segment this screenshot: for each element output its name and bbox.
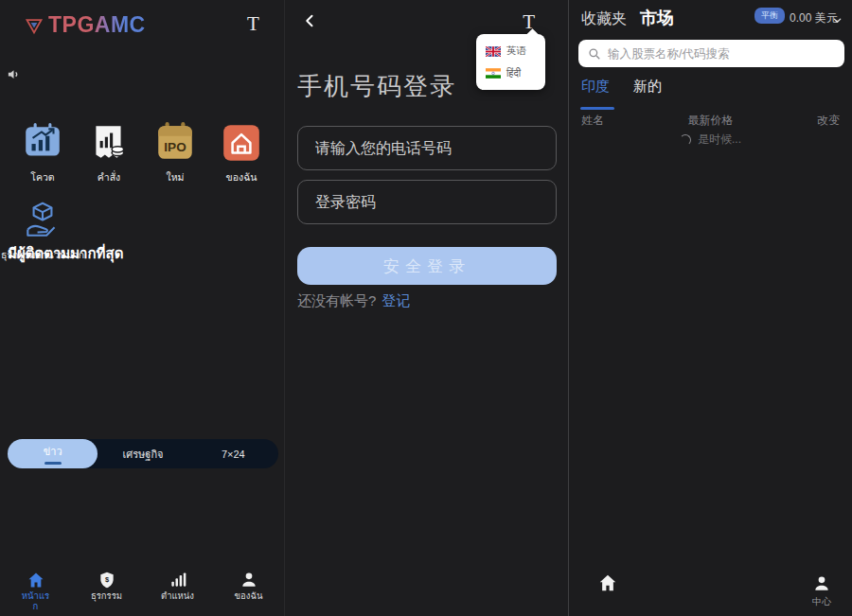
india-flag-icon bbox=[486, 68, 501, 79]
center-label: 中心 bbox=[812, 595, 831, 608]
logo-triangle-icon bbox=[25, 16, 44, 35]
quick-action-orders[interactable]: คำสั่ง bbox=[76, 121, 142, 185]
no-account-text: 还没有帐号? bbox=[297, 292, 376, 308]
nav-item-home[interactable]: หน้าแรก bbox=[0, 565, 71, 616]
login-panel: T 英语 bbox=[284, 0, 568, 616]
home-icon bbox=[27, 571, 45, 590]
news-tab-economy[interactable]: เศรษฐกิจ bbox=[98, 439, 187, 468]
search-icon bbox=[588, 47, 601, 61]
my-home-icon bbox=[220, 121, 263, 165]
column-name: 姓名 bbox=[581, 113, 667, 129]
stock-search-input[interactable] bbox=[608, 47, 835, 61]
speaker-icon[interactable] bbox=[7, 67, 21, 85]
uk-flag-icon bbox=[486, 46, 501, 57]
nav-label: หน้าแรก bbox=[22, 591, 50, 612]
most-followed-title: มีผู้ติดตามมากที่สุด bbox=[8, 242, 123, 265]
language-option-hindi[interactable]: हिंदी bbox=[476, 62, 545, 84]
back-icon[interactable] bbox=[302, 12, 319, 33]
person-icon bbox=[812, 574, 831, 593]
bar-chart-icon bbox=[169, 571, 187, 590]
column-price: 最新价格 bbox=[667, 113, 754, 129]
order-scroll-icon bbox=[87, 121, 131, 165]
ipo-icon-text: IPO bbox=[164, 140, 186, 154]
nav-item-mine[interactable]: ของฉัน bbox=[213, 565, 284, 616]
quote-chart-icon bbox=[21, 121, 64, 165]
person-icon bbox=[240, 571, 258, 590]
loading-text: 是时候... bbox=[698, 132, 741, 148]
translate-icon[interactable]: T bbox=[247, 12, 259, 36]
language-option-label: हिंदी bbox=[506, 67, 521, 79]
news-tab-news[interactable]: ข่าว bbox=[8, 439, 98, 468]
quick-action-label: คำสั่ง bbox=[98, 169, 120, 185]
nav-item-positions[interactable]: ตำแหน่ง bbox=[142, 565, 213, 616]
spinner-icon bbox=[680, 134, 691, 146]
logo-text: TPGAMC bbox=[48, 12, 146, 38]
nav-label: ธุรกรรม bbox=[91, 591, 122, 602]
secure-login-button[interactable]: 安全登录 bbox=[297, 247, 557, 285]
app-logo: TPGAMC bbox=[25, 12, 146, 38]
home-icon[interactable] bbox=[597, 572, 618, 597]
news-tab-7x24[interactable]: 7×24 bbox=[188, 439, 278, 468]
app-root: TPGAMC T โควต bbox=[0, 0, 852, 616]
tab-new[interactable]: 新的 bbox=[633, 78, 662, 101]
news-tab-bar: ข่าว เศรษฐกิจ 7×24 bbox=[8, 439, 278, 468]
news-tab-label: 7×24 bbox=[222, 449, 245, 460]
chevron-down-icon[interactable] bbox=[832, 12, 843, 29]
stock-search-bar[interactable] bbox=[578, 40, 844, 67]
quick-action-ipo[interactable]: IPO ใหม่ bbox=[142, 121, 208, 185]
quick-action-quotes[interactable]: โควต bbox=[9, 121, 76, 185]
language-dropdown: 英语 हिंदी bbox=[476, 34, 545, 90]
news-tab-label: เศรษฐกิจ bbox=[122, 446, 163, 463]
tab-india[interactable]: 印度 bbox=[581, 78, 610, 101]
login-title: 手机号码登录 bbox=[297, 70, 456, 103]
nav-label: ตำแหน่ง bbox=[161, 591, 194, 602]
register-link[interactable]: 登记 bbox=[382, 292, 410, 308]
stock-table-header: 姓名 最新价格 改变 bbox=[581, 113, 840, 129]
shield-dollar-icon: $ bbox=[98, 571, 116, 590]
nav-label: ของฉัน bbox=[235, 591, 263, 602]
center-nav-item[interactable]: 中心 bbox=[812, 574, 831, 608]
favorites-tab[interactable]: 收藏夹 bbox=[581, 9, 627, 29]
market-panel: 收藏夹 市场 平衡 0.00 美元 印度 新的 姓名 最新价格 改变 bbox=[568, 0, 852, 616]
nav-item-transactions[interactable]: $ ธุรกรรม bbox=[71, 565, 142, 616]
column-change: 改变 bbox=[754, 113, 840, 129]
news-tab-label: ข่าว bbox=[44, 443, 62, 460]
phone-input[interactable] bbox=[297, 126, 557, 170]
home-panel: TPGAMC T โควต bbox=[0, 0, 284, 616]
tab-underline bbox=[44, 462, 62, 465]
quick-action-label: ของฉัน bbox=[226, 169, 257, 185]
ipo-calendar-icon: IPO bbox=[153, 121, 197, 165]
bottom-nav-bar: หน้าแรก $ ธุรกรรม ตำแหน่ง bbox=[0, 565, 284, 616]
password-input[interactable] bbox=[297, 180, 557, 224]
register-row: 还没有帐号?登记 bbox=[297, 292, 410, 310]
language-option-label: 英语 bbox=[506, 44, 526, 58]
market-region-tabs: 印度 新的 bbox=[581, 78, 662, 101]
loading-indicator: 是时候... bbox=[569, 132, 852, 148]
block-trade-icon bbox=[21, 199, 64, 242]
quick-action-mine[interactable]: ของฉัน bbox=[208, 121, 275, 185]
balance-value: 0.00 美元 bbox=[790, 10, 838, 26]
quick-action-label: โควต bbox=[30, 169, 54, 185]
balance-badge[interactable]: 平衡 bbox=[754, 8, 785, 24]
language-option-english[interactable]: 英语 bbox=[476, 40, 545, 62]
quick-action-label: ใหม่ bbox=[167, 169, 185, 185]
market-header: 收藏夹 市场 bbox=[581, 7, 674, 29]
market-tab[interactable]: 市场 bbox=[640, 7, 674, 29]
